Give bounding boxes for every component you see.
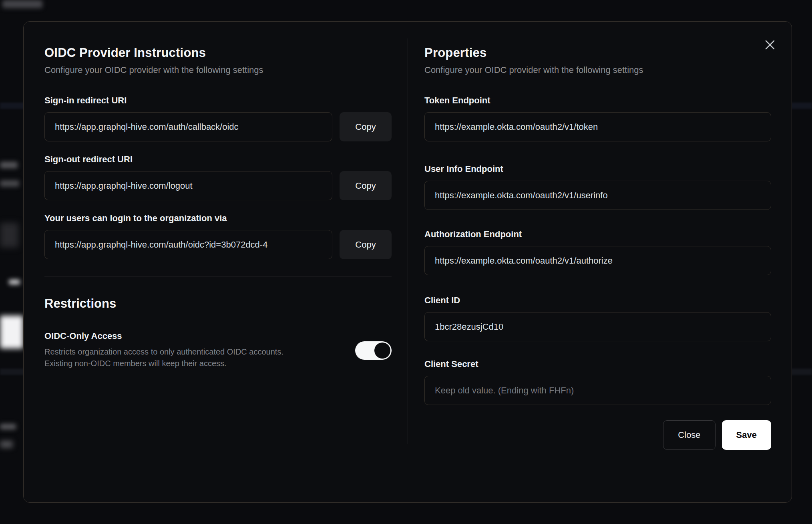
close-icon[interactable] xyxy=(762,37,778,53)
restrictions-title: Restrictions xyxy=(44,296,392,311)
x-icon xyxy=(765,40,775,50)
background-blur-fragment xyxy=(9,280,20,284)
user-info-endpoint-group: User Info Endpoint xyxy=(424,164,771,210)
background-blur-fragment xyxy=(0,424,16,429)
section-divider xyxy=(44,276,392,276)
instructions-subtitle: Configure your OIDC provider with the fo… xyxy=(44,65,392,75)
save-button[interactable]: Save xyxy=(722,420,771,450)
sign-out-redirect-label: Sign-out redirect URI xyxy=(44,154,392,165)
oidc-only-access-row: OIDC-Only Access Restricts organization … xyxy=(44,331,392,369)
login-url-input[interactable] xyxy=(44,230,332,259)
client-secret-input[interactable] xyxy=(424,376,771,405)
toggle-thumb xyxy=(374,343,390,359)
sign-in-redirect-input[interactable] xyxy=(44,112,332,141)
background-blur-fragment xyxy=(2,0,42,8)
user-info-endpoint-label: User Info Endpoint xyxy=(424,164,771,174)
oidc-only-access-label: OIDC-Only Access xyxy=(44,331,283,341)
sign-in-redirect-group: Sign-in redirect URI Copy xyxy=(44,95,392,141)
instructions-panel: OIDC Provider Instructions Configure you… xyxy=(24,22,408,502)
authorization-endpoint-input[interactable] xyxy=(424,246,771,275)
background-blur-fragment xyxy=(0,316,23,349)
oidc-only-access-description: Restricts organization access to only au… xyxy=(44,346,283,369)
authorization-endpoint-label: Authorization Endpoint xyxy=(424,229,771,240)
properties-subtitle: Configure your OIDC provider with the fo… xyxy=(424,65,771,75)
token-endpoint-input[interactable] xyxy=(424,112,771,141)
oidc-settings-dialog: OIDC Provider Instructions Configure you… xyxy=(23,21,792,503)
copy-sign-in-button[interactable]: Copy xyxy=(340,112,392,141)
authorization-endpoint-group: Authorization Endpoint xyxy=(424,229,771,275)
description-line-1: Restricts organization access to only au… xyxy=(44,347,283,356)
properties-panel: Properties Configure your OIDC provider … xyxy=(408,22,792,502)
client-secret-label: Client Secret xyxy=(424,359,771,369)
background-blur-fragment xyxy=(0,180,19,187)
background-blur-fragment xyxy=(0,162,18,168)
client-id-group: Client ID xyxy=(424,295,771,341)
sign-in-redirect-label: Sign-in redirect URI xyxy=(44,95,392,106)
login-url-group: Your users can login to the organization… xyxy=(44,213,392,259)
instructions-title: OIDC Provider Instructions xyxy=(44,45,392,60)
client-id-input[interactable] xyxy=(424,312,771,341)
properties-title: Properties xyxy=(424,45,771,60)
login-url-label: Your users can login to the organization… xyxy=(44,213,392,224)
background-blur-fragment xyxy=(0,441,13,448)
copy-login-url-button[interactable]: Copy xyxy=(340,230,392,259)
copy-sign-out-button[interactable]: Copy xyxy=(340,171,392,200)
user-info-endpoint-input[interactable] xyxy=(424,181,771,210)
client-id-label: Client ID xyxy=(424,295,771,306)
dialog-actions: Close Save xyxy=(424,420,771,450)
close-button[interactable]: Close xyxy=(663,420,715,450)
sign-out-redirect-input[interactable] xyxy=(44,171,332,200)
client-secret-group: Client Secret xyxy=(424,359,771,405)
background-blur-fragment xyxy=(0,223,18,248)
description-line-2: Existing non-OIDC members will keep thei… xyxy=(44,359,227,368)
oidc-only-access-toggle[interactable] xyxy=(355,341,392,360)
token-endpoint-label: Token Endpoint xyxy=(424,95,771,106)
sign-out-redirect-group: Sign-out redirect URI Copy xyxy=(44,154,392,200)
token-endpoint-group: Token Endpoint xyxy=(424,95,771,141)
